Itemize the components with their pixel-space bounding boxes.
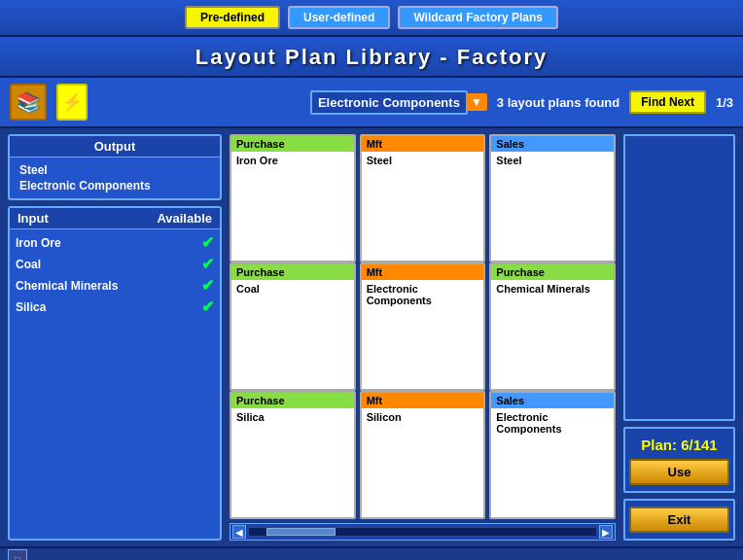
book-icon[interactable]: 📚 [10, 84, 47, 121]
cell-header-sales-1: Sales [491, 136, 614, 152]
exit-btn-area: Exit [623, 499, 735, 541]
input-item-ironore[interactable]: Iron Ore [16, 236, 61, 250]
cell-body-chemical: Chemical Minerals [491, 280, 614, 389]
cell-purchase-iron-ore[interactable]: Purchase Iron Ore [230, 134, 356, 262]
cell-mft-silicon[interactable]: Mft Silicon [360, 391, 486, 519]
output-section: Output Steel Electronic Components [8, 134, 222, 200]
cell-body-iron-ore: Iron Ore [231, 152, 354, 261]
grid-wrapper: Purchase Iron Ore Mft Steel Sales Steel … [230, 134, 616, 541]
check-silica: ✔ [201, 298, 214, 316]
cell-body-silicon: Silicon [362, 408, 484, 517]
scroll-track[interactable] [248, 527, 597, 537]
tab-predefined[interactable]: Pre-defined [185, 6, 280, 29]
cell-header-purchase-4: Purchase [231, 393, 354, 408]
cell-header-mft-2: Mft [362, 264, 484, 280]
toolbar: 📚 ⚡ Electronic Components ▼ 3 layout pla… [0, 78, 743, 128]
cell-purchase-silica[interactable]: Purchase Silica [230, 391, 356, 519]
tab-wildcard[interactable]: Wildcard Factory Plans [398, 6, 558, 29]
scroll-thumb [266, 528, 336, 536]
input-row-chemical: Chemical Minerals ✔ [16, 276, 214, 295]
cell-body-coal: Coal [231, 280, 354, 389]
status-icon[interactable]: □ [8, 549, 27, 560]
right-panel: Plan: 6/141 Use Exit [623, 134, 735, 541]
input-rows: Iron Ore ✔ Coal ✔ Chemical Minerals ✔ Si… [10, 229, 220, 539]
grid-row-1: Purchase Iron Ore Mft Steel Sales Steel [230, 134, 616, 262]
grid-scrollbar: ◀ ▶ [230, 523, 616, 541]
check-ironore: ✔ [201, 233, 214, 252]
grid-row-2: Purchase Coal Mft Electronic Components … [230, 262, 616, 391]
cell-body-electronic-mft: Electronic Components [362, 280, 484, 389]
left-panel: Output Steel Electronic Components Input… [8, 134, 222, 541]
title-bar: Layout Plan Library - Factory [0, 37, 743, 78]
cell-body-steel-mft: Steel [362, 152, 484, 261]
cell-body-silica: Silica [231, 408, 354, 517]
scroll-left-arrow[interactable]: ◀ [232, 525, 246, 539]
input-item-silica[interactable]: Silica [16, 300, 46, 314]
status-bar: □ [0, 546, 743, 560]
find-next-button[interactable]: Find Next [629, 90, 706, 114]
available-label: Available [157, 211, 212, 226]
plan-label: Plan: 6/141 [629, 437, 729, 453]
filter-select[interactable]: Electronic Components [310, 90, 468, 115]
input-item-chemical[interactable]: Chemical Minerals [16, 279, 118, 293]
input-label: Input [18, 211, 49, 226]
output-item-steel[interactable]: Steel [19, 163, 210, 177]
input-header: Input Available [10, 208, 220, 229]
check-coal: ✔ [201, 255, 214, 273]
input-row-coal: Coal ✔ [16, 255, 214, 273]
main-area: Output Steel Electronic Components Input… [0, 128, 743, 546]
scroll-right-arrow[interactable]: ▶ [599, 525, 613, 539]
cell-header-mft-3: Mft [362, 393, 484, 408]
output-item-electronic[interactable]: Electronic Components [19, 179, 210, 192]
cell-header-purchase-1: Purchase [231, 136, 354, 152]
filter-wrapper: Electronic Components ▼ [310, 90, 487, 115]
preview-box [623, 134, 735, 421]
cell-purchase-chemical[interactable]: Purchase Chemical Minerals [489, 262, 616, 391]
filter-dropdown-btn[interactable]: ▼ [466, 93, 487, 111]
cell-sales-electronic[interactable]: Sales Electronic Components [489, 391, 616, 519]
found-count: 3 layout plans found [497, 95, 619, 110]
lightning-icon[interactable]: ⚡ [56, 84, 88, 121]
cell-body-steel-sales: Steel [491, 152, 614, 261]
page-title: Layout Plan Library - Factory [0, 45, 743, 70]
cell-header-sales-2: Sales [491, 393, 614, 408]
tab-bar: Pre-defined User-defined Wildcard Factor… [0, 0, 743, 37]
page-count: 1/3 [716, 95, 733, 110]
input-row-silica: Silica ✔ [16, 298, 214, 316]
cell-mft-electronic[interactable]: Mft Electronic Components [360, 262, 486, 391]
plan-info: Plan: 6/141 Use [623, 427, 735, 493]
input-row-ironore: Iron Ore ✔ [16, 233, 214, 252]
input-section: Input Available Iron Ore ✔ Coal ✔ Chemic… [8, 206, 222, 541]
cell-body-electronic-sales: Electronic Components [491, 408, 614, 517]
tab-userdefined[interactable]: User-defined [288, 6, 390, 29]
exit-button[interactable]: Exit [629, 507, 729, 533]
cell-header-purchase-2: Purchase [231, 264, 354, 280]
grid-row-3: Purchase Silica Mft Silicon Sales Electr… [230, 391, 616, 519]
cell-header-mft-1: Mft [362, 136, 484, 152]
use-button[interactable]: Use [629, 459, 729, 485]
input-item-coal[interactable]: Coal [16, 258, 41, 271]
output-header: Output [10, 136, 220, 158]
check-chemical: ✔ [201, 276, 214, 295]
cell-header-purchase-3: Purchase [491, 264, 614, 280]
cell-sales-steel[interactable]: Sales Steel [489, 134, 616, 262]
cell-mft-steel[interactable]: Mft Steel [360, 134, 486, 262]
cell-purchase-coal[interactable]: Purchase Coal [230, 262, 356, 391]
output-list: Steel Electronic Components [10, 158, 220, 198]
